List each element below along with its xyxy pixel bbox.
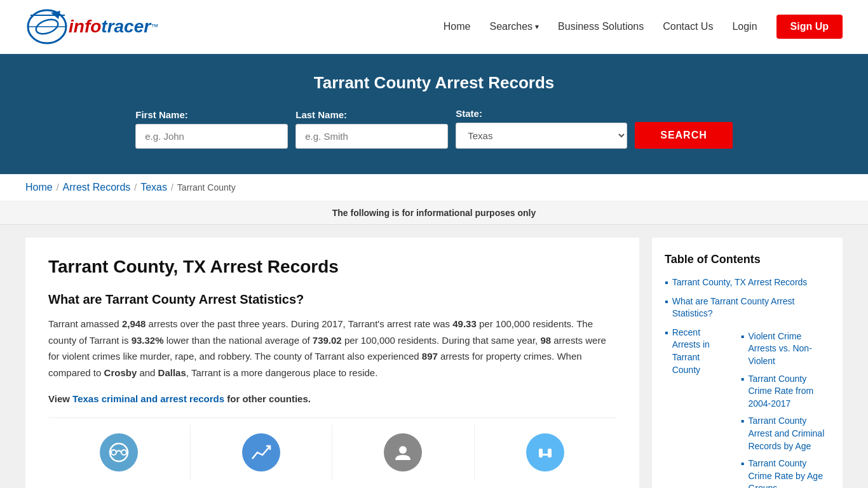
police-icon xyxy=(526,433,564,471)
logo[interactable]: infotracer™ xyxy=(25,8,158,46)
first-name-label: First Name: xyxy=(135,109,188,120)
article-section1-body: Tarrant amassed 2,948 arrests over the p… xyxy=(48,316,616,381)
state-label: State: xyxy=(456,108,482,119)
toc-sub-link-3-3[interactable]: Tarrant County Arrest and Criminal Recor… xyxy=(748,415,830,452)
toc-sub-link-3-4[interactable]: Tarrant County Crime Rate by Age Groups xyxy=(748,458,830,488)
icon-item-trend xyxy=(191,424,333,480)
article-title: Tarrant County, TX Arrest Records xyxy=(48,257,616,277)
toc-list: Tarrant County, TX Arrest Records What a… xyxy=(665,276,830,488)
breadcrumb-state[interactable]: Texas xyxy=(140,182,167,193)
toc-sub-item-3-1: Violent Crime Arrests vs. Non-Violent xyxy=(741,330,830,368)
chevron-down-icon: ▾ xyxy=(535,22,539,31)
first-name-group: First Name: xyxy=(135,109,288,149)
article-section1-heading: What are Tarrant County Arrest Statistic… xyxy=(48,292,616,307)
view-link-suffix: for other counties. xyxy=(224,393,311,404)
last-name-group: Last Name: xyxy=(295,109,448,149)
mugshot-icon xyxy=(384,433,422,471)
breadcrumb-county: Tarrant County xyxy=(177,182,236,193)
nav-business-solutions[interactable]: Business Solutions xyxy=(558,21,644,32)
svg-point-6 xyxy=(111,450,116,455)
logo-info: info xyxy=(69,17,101,37)
toc-sub-item-3-2: Tarrant County Crime Rate from 2004-2017 xyxy=(741,373,830,410)
icon-item-police xyxy=(475,424,617,480)
breadcrumb: Home / Arrest Records / Texas / Tarrant … xyxy=(0,174,868,201)
breadcrumb-sep-2: / xyxy=(134,182,137,193)
state-group: State: TexasAlabamaAlaskaArizonaArkansas… xyxy=(456,108,627,149)
toc-sub-link-3-2[interactable]: Tarrant County Crime Rate from 2004-2017 xyxy=(748,373,830,410)
site-header: infotracer™ Home Searches ▾ Business Sol… xyxy=(0,0,868,54)
toc-link-3[interactable]: Recent Arrests in Tarrant County xyxy=(672,327,727,376)
toc-sublist-3: Violent Crime Arrests vs. Non-Violent Ta… xyxy=(731,330,830,488)
last-name-label: Last Name: xyxy=(295,109,347,120)
svg-rect-11 xyxy=(539,454,552,456)
svg-rect-10 xyxy=(548,449,552,458)
arrests-icon xyxy=(100,433,138,471)
svg-rect-9 xyxy=(539,449,543,458)
logo-icon xyxy=(25,8,69,46)
login-button[interactable]: Login xyxy=(732,21,757,32)
toc-item-2: What are Tarrant County Arrest Statistic… xyxy=(665,295,830,320)
toc-item-1: Tarrant County, TX Arrest Records xyxy=(665,276,830,289)
icon-item-arrests xyxy=(48,424,191,480)
breadcrumb-home[interactable]: Home xyxy=(25,182,53,193)
toc-sub-link-3-1[interactable]: Violent Crime Arrests vs. Non-Violent xyxy=(748,330,830,368)
svg-point-7 xyxy=(121,450,126,455)
texas-criminal-link[interactable]: Texas criminal and arrest records xyxy=(72,393,224,404)
hero-section: Tarrant County Arrest Records First Name… xyxy=(0,54,868,174)
signup-button[interactable]: Sign Up xyxy=(776,15,843,39)
toc-item-3: Recent Arrests in Tarrant County Violent… xyxy=(665,327,830,488)
sidebar: Table of Contents Tarrant County, TX Arr… xyxy=(652,238,843,488)
logo-tm: ™ xyxy=(151,22,158,31)
nav-searches[interactable]: Searches ▾ xyxy=(489,21,539,32)
last-name-input[interactable] xyxy=(295,124,448,149)
icon-item-mugshot xyxy=(332,424,475,480)
toc-link-1[interactable]: Tarrant County, TX Arrest Records xyxy=(672,276,808,289)
view-link-paragraph: View Texas criminal and arrest records f… xyxy=(48,391,616,407)
icon-row xyxy=(48,417,616,480)
toc-title: Table of Contents xyxy=(665,253,830,266)
info-banner: The following is for informational purpo… xyxy=(0,201,868,225)
logo-tracer: tracer xyxy=(101,17,151,37)
svg-point-8 xyxy=(399,446,407,454)
main-nav: Home Searches ▾ Business Solutions Conta… xyxy=(444,15,843,39)
search-form: First Name: Last Name: State: TexasAlaba… xyxy=(25,108,843,149)
view-link-prefix: View xyxy=(48,393,72,404)
toc-sub-item-3-3: Tarrant County Arrest and Criminal Recor… xyxy=(741,415,830,452)
nav-contact-us[interactable]: Contact Us xyxy=(663,21,713,32)
toc-link-2[interactable]: What are Tarrant County Arrest Statistic… xyxy=(672,295,830,320)
trend-icon xyxy=(242,433,280,471)
nav-home[interactable]: Home xyxy=(444,21,471,32)
breadcrumb-arrest-records[interactable]: Arrest Records xyxy=(63,182,131,193)
breadcrumb-sep-1: / xyxy=(57,182,59,193)
main-content: Tarrant County, TX Arrest Records What a… xyxy=(0,225,868,488)
breadcrumb-sep-3: / xyxy=(171,182,173,193)
svg-point-5 xyxy=(110,444,128,461)
article: Tarrant County, TX Arrest Records What a… xyxy=(25,238,639,488)
search-button[interactable]: SEARCH xyxy=(635,122,733,149)
hero-title: Tarrant County Arrest Records xyxy=(25,73,843,93)
toc-sub-item-3-4: Tarrant County Crime Rate by Age Groups xyxy=(741,458,830,488)
first-name-input[interactable] xyxy=(135,124,288,149)
state-select[interactable]: TexasAlabamaAlaskaArizonaArkansasCalifor… xyxy=(456,123,627,149)
